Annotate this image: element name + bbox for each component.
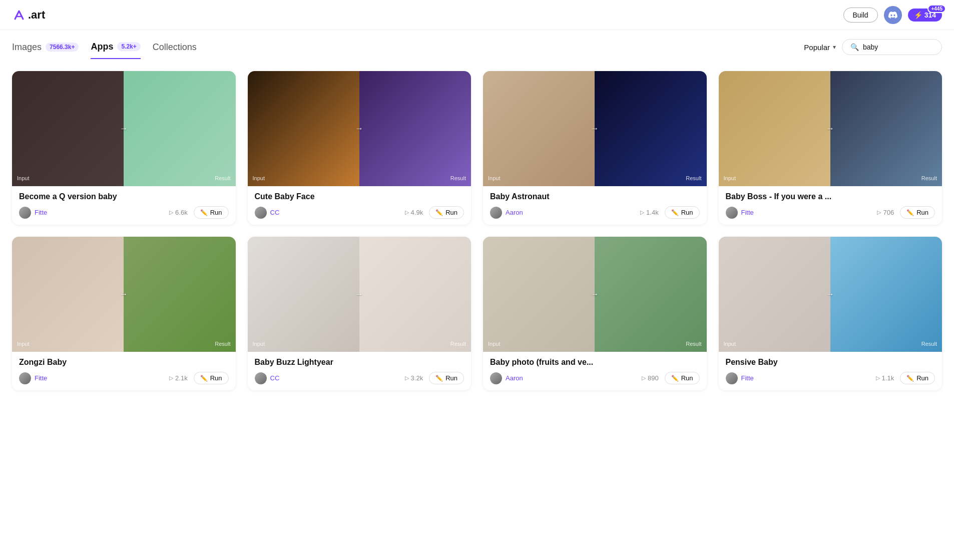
header-actions: Build +445 ⚡ 314: [843, 6, 942, 24]
card-input-label: Input: [17, 175, 29, 181]
nav-right: Popular ▾ 🔍: [804, 39, 942, 61]
arrow-icon: →: [120, 290, 128, 299]
card-stats: ▷ 6.6k ✏️ Run: [169, 206, 228, 219]
card-input-image: Input: [719, 71, 830, 186]
run-icon: ✏️: [671, 375, 679, 382]
search-input[interactable]: [863, 43, 933, 51]
tab-collections[interactable]: Collections: [153, 42, 197, 59]
author-name: CC: [270, 209, 280, 216]
card-views: ▷ 1.1k: [876, 374, 894, 382]
run-icon: ✏️: [906, 375, 914, 382]
author-name: CC: [270, 374, 280, 382]
play-icon: ▷: [877, 209, 881, 216]
card-image: Input Result →: [12, 237, 236, 352]
author-name: Aaron: [506, 209, 523, 216]
run-label: Run: [916, 209, 928, 216]
sort-label: Popular: [804, 43, 830, 52]
card-item[interactable]: Input Result → Zongzi Baby Fitte ▷ 2.1k: [12, 237, 236, 390]
cards-grid: Flowers Input Result → Become a Q versio…: [12, 71, 942, 390]
search-box: 🔍: [842, 39, 942, 55]
logo[interactable]: .art: [12, 8, 45, 22]
run-button[interactable]: ✏️ Run: [194, 206, 229, 219]
logo-text: .art: [28, 9, 45, 22]
card-result-label: Result: [686, 341, 701, 347]
card-title: Baby photo (fruits and ve...: [490, 358, 700, 367]
card-author[interactable]: Aaron: [490, 207, 523, 219]
views-count: 2.1k: [175, 374, 188, 382]
card-views: ▷ 6.6k: [169, 209, 188, 216]
author-avatar: [255, 207, 267, 219]
card-meta: Fitte ▷ 2.1k ✏️ Run: [19, 372, 229, 384]
author-name: Fitte: [741, 209, 754, 216]
run-icon: ✏️: [200, 375, 208, 382]
card-author[interactable]: Fitte: [19, 372, 47, 384]
card-views: ▷ 2.1k: [169, 374, 188, 382]
card-item[interactable]: Input Result → Baby Boss - If you were a…: [719, 71, 942, 225]
tab-apps-label: Apps: [91, 42, 113, 52]
run-button[interactable]: ✏️ Run: [194, 372, 229, 384]
card-input-image: Input: [248, 71, 359, 186]
play-icon: ▷: [405, 209, 409, 216]
card-item[interactable]: Input Result → Baby Astronaut Aaron ▷ 1.…: [483, 71, 707, 225]
card-input-image: Input: [248, 237, 359, 352]
card-result-label: Result: [450, 341, 466, 347]
card-author[interactable]: CC: [255, 207, 280, 219]
card-image: Flowers Input Result →: [12, 71, 236, 186]
card-views: ▷ 1.4k: [640, 209, 659, 216]
header: .art Build +445 ⚡ 314: [0, 0, 954, 30]
card-input-label: Input: [724, 175, 736, 181]
nav-tabs: Images 7566.3k+ Apps 5.2k+ Collections P…: [0, 30, 954, 61]
card-meta: CC ▷ 4.9k ✏️ Run: [255, 206, 464, 219]
play-icon: ▷: [640, 209, 644, 216]
card-stats: ▷ 2.1k ✏️ Run: [169, 372, 228, 384]
main-content: Flowers Input Result → Become a Q versio…: [0, 61, 954, 400]
card-views: ▷ 3.2k: [405, 374, 423, 382]
nav-left: Images 7566.3k+ Apps 5.2k+ Collections: [12, 42, 197, 59]
card-author[interactable]: Fitte: [726, 372, 754, 384]
arrow-icon: →: [355, 290, 363, 299]
card-result-image: Result: [124, 71, 235, 186]
run-icon: ✏️: [435, 209, 443, 216]
run-icon: ✏️: [906, 209, 914, 216]
play-icon: ▷: [169, 209, 173, 216]
card-result-image: Result: [595, 237, 706, 352]
run-button[interactable]: ✏️ Run: [429, 372, 464, 384]
card-author[interactable]: Fitte: [19, 207, 47, 219]
card-item[interactable]: Input Result → Pensive Baby Fitte ▷ 1.1k: [719, 237, 942, 390]
card-author[interactable]: Fitte: [726, 207, 754, 219]
card-author[interactable]: CC: [255, 372, 280, 384]
card-input-image: Input: [12, 237, 124, 352]
card-item[interactable]: Input Result → Cute Baby Face CC ▷ 4.9k: [248, 71, 471, 225]
tab-apps[interactable]: Apps 5.2k+: [91, 42, 140, 59]
search-icon: 🔍: [850, 43, 859, 51]
card-stats: ▷ 3.2k ✏️ Run: [405, 372, 464, 384]
tab-images[interactable]: Images 7566.3k+: [12, 42, 79, 59]
author-name: Fitte: [741, 374, 754, 382]
card-views: ▷ 4.9k: [405, 209, 423, 216]
card-author[interactable]: Aaron: [490, 372, 523, 384]
run-button[interactable]: ✏️ Run: [900, 372, 935, 384]
card-info: Zongzi Baby Fitte ▷ 2.1k ✏️ Run: [12, 352, 236, 390]
card-stats: ▷ 890 ✏️ Run: [642, 372, 700, 384]
views-count: 1.1k: [882, 374, 894, 382]
run-button[interactable]: ✏️ Run: [665, 206, 700, 219]
credits-button[interactable]: +445 ⚡ 314: [908, 9, 942, 22]
card-item[interactable]: Input Result → Baby Buzz Lightyear CC ▷ …: [248, 237, 471, 390]
build-button[interactable]: Build: [843, 8, 878, 23]
card-stats: ▷ 1.1k ✏️ Run: [876, 372, 935, 384]
arrow-icon: →: [120, 124, 128, 133]
card-item[interactable]: Input Result → Baby photo (fruits and ve…: [483, 237, 707, 390]
card-input-image: Input: [483, 237, 595, 352]
author-avatar: [255, 372, 267, 384]
card-image: Input Result →: [719, 237, 942, 352]
run-button[interactable]: ✏️ Run: [900, 206, 935, 219]
run-icon: ✏️: [671, 209, 679, 216]
card-info: Baby photo (fruits and ve... Aaron ▷ 890…: [483, 352, 707, 390]
card-item[interactable]: Flowers Input Result → Become a Q versio…: [12, 71, 236, 225]
run-button[interactable]: ✏️ Run: [429, 206, 464, 219]
run-button[interactable]: ✏️ Run: [665, 372, 700, 384]
credits-badge: +445: [927, 5, 946, 13]
sort-dropdown[interactable]: Popular ▾: [804, 43, 836, 52]
discord-button[interactable]: [884, 6, 902, 24]
run-label: Run: [210, 209, 222, 216]
